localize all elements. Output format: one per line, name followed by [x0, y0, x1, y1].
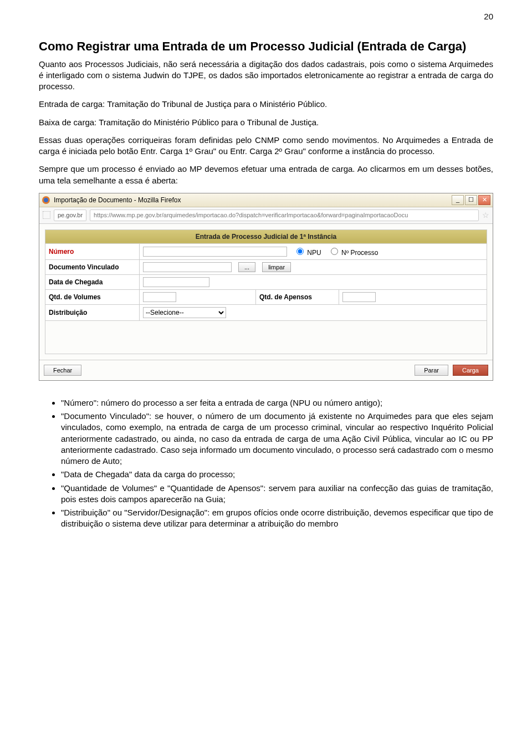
numero-input[interactable] — [143, 247, 287, 257]
list-item: "Data de Chegada" data da carga do proce… — [61, 469, 493, 480]
site-identity[interactable]: pe.gov.br — [54, 210, 86, 221]
distribuicao-select[interactable]: --Selecione-- — [143, 307, 226, 318]
parar-button[interactable]: Parar — [415, 365, 448, 376]
list-item: "Documento Vinculado": se houver, o núme… — [61, 411, 493, 467]
tab-icon — [43, 211, 50, 219]
radio-npu[interactable]: NPU — [294, 246, 321, 257]
data-chegada-label: Data de Chegada — [45, 274, 140, 289]
page-number: 20 — [484, 11, 493, 22]
doc-vinculado-input[interactable] — [143, 262, 232, 272]
url-field[interactable]: https://www.mp.pe.gov.br/arquimedes/impo… — [90, 210, 479, 221]
doc-vinculado-label: Documento Vinculado — [45, 259, 140, 274]
distribuicao-label: Distribuição — [45, 304, 140, 320]
window-title: Importação de Documento - Mozilla Firefo… — [54, 196, 181, 205]
minimize-button[interactable]: _ — [452, 195, 464, 205]
qtd-apensos-label: Qtd. de Apensos — [256, 289, 339, 304]
maximize-button[interactable]: ☐ — [465, 195, 477, 205]
page-title: Como Registrar uma Entrada de um Process… — [55, 39, 493, 54]
paragraph-intro-1: Quanto aos Processos Judiciais, não será… — [39, 59, 493, 93]
carga-button[interactable]: Carga — [453, 365, 488, 376]
list-item: "Número": número do processo a ser feita… — [61, 397, 493, 408]
list-item: "Quantidade de Volumes" e "Quantidade de… — [61, 483, 493, 505]
data-chegada-input[interactable] — [143, 277, 209, 287]
paragraph-operacoes: Essas duas operações corriqueiras foram … — [39, 135, 493, 157]
firefox-window: Importação de Documento - Mozilla Firefo… — [39, 193, 493, 381]
address-bar: pe.gov.br https://www.mp.pe.gov.br/arqui… — [39, 207, 493, 224]
fechar-button[interactable]: Fechar — [44, 365, 81, 376]
svg-point-1 — [44, 198, 48, 202]
field-description-list: "Número": número do processo a ser feita… — [39, 397, 493, 530]
firefox-icon — [42, 196, 50, 205]
form-title: Entrada de Processo Judicial de 1ª Instâ… — [45, 229, 487, 243]
qtd-volumes-input[interactable] — [143, 292, 176, 302]
qtd-volumes-label: Qtd. de Volumes — [45, 289, 140, 304]
paragraph-lead: Sempre que um processo é enviado ao MP d… — [39, 164, 493, 186]
form-panel: Entrada de Processo Judicial de 1ª Instâ… — [39, 224, 493, 360]
paragraph-baixa: Baixa de carga: Tramitação do Ministério… — [39, 117, 493, 128]
paragraph-entrada: Entrada de carga: Tramitação do Tribunal… — [39, 99, 493, 110]
browse-button[interactable]: ... — [238, 262, 255, 272]
bookmark-star-icon[interactable]: ☆ — [482, 210, 489, 221]
radio-nprocesso[interactable]: Nº Processo — [328, 246, 378, 257]
close-button[interactable]: ✕ — [478, 195, 490, 205]
list-item: "Distribuição" ou "Servidor/Designação":… — [61, 507, 493, 530]
form-blank-area — [45, 320, 487, 354]
numero-label: Número — [45, 243, 140, 259]
qtd-apensos-input[interactable] — [342, 292, 376, 302]
window-titlebar: Importação de Documento - Mozilla Firefo… — [39, 193, 493, 207]
limpar-button[interactable]: limpar — [262, 262, 291, 272]
